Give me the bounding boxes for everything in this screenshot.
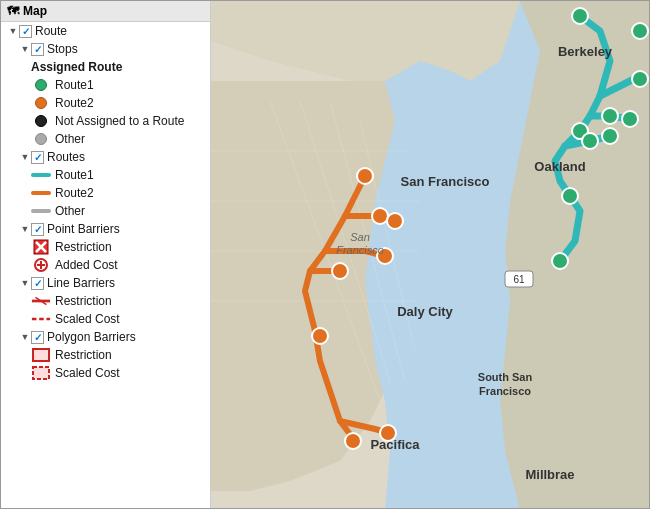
legend-route2-line: Route2 [1, 184, 210, 202]
svg-point-35 [387, 213, 403, 229]
stops-label: Stops [47, 42, 78, 56]
scaled-cost-polygon-label: Scaled Cost [55, 366, 120, 380]
legend-restriction-point: Restriction [1, 238, 210, 256]
legend-route2-stop: Route2 [1, 94, 210, 112]
svg-point-32 [312, 328, 328, 344]
legend-restriction-line: Restriction [1, 292, 210, 310]
restriction-polygon-icon [31, 348, 51, 362]
svg-point-43 [582, 133, 598, 149]
other-route-icon [31, 204, 51, 218]
svg-point-45 [552, 253, 568, 269]
route2-line-label: Route2 [55, 186, 94, 200]
stops-layer-item[interactable]: Stops [1, 40, 210, 58]
other-route-label: Other [55, 204, 85, 218]
routes-label: Routes [47, 150, 85, 164]
point-barriers-arrow [19, 223, 31, 235]
legend-scaled-cost-line: Scaled Cost [1, 310, 210, 328]
restriction-polygon-label: Restriction [55, 348, 112, 362]
polygon-barriers-layer-item[interactable]: Polygon Barriers [1, 328, 210, 346]
line-barriers-checkbox[interactable] [31, 277, 44, 290]
routes-arrow [19, 151, 31, 163]
scaled-cost-line-label: Scaled Cost [55, 312, 120, 326]
svg-text:Daly City: Daly City [397, 304, 453, 319]
restriction-point-label: Restriction [55, 240, 112, 254]
svg-point-44 [562, 188, 578, 204]
line-barriers-label: Line Barriers [47, 276, 115, 290]
other-stop-label: Other [55, 132, 85, 146]
svg-point-31 [332, 263, 348, 279]
added-cost-icon [31, 258, 51, 272]
svg-point-28 [357, 168, 373, 184]
route-checkbox[interactable] [19, 25, 32, 38]
scaled-cost-line-icon [31, 312, 51, 326]
assigned-route-heading: Assigned Route [1, 58, 210, 76]
legend-route1-line: Route1 [1, 166, 210, 184]
not-assigned-label: Not Assigned to a Route [55, 114, 184, 128]
scaled-cost-polygon-icon [31, 366, 51, 380]
svg-text:Millbrae: Millbrae [525, 467, 574, 482]
point-barriers-layer-item[interactable]: Point Barriers [1, 220, 210, 238]
legend-added-cost: Added Cost [1, 256, 210, 274]
svg-text:Berkeley: Berkeley [558, 44, 613, 59]
route1-line-label: Route1 [55, 168, 94, 182]
routes-checkbox[interactable] [31, 151, 44, 164]
svg-text:61: 61 [513, 274, 525, 285]
svg-point-40 [602, 128, 618, 144]
route1-line-icon [31, 168, 51, 182]
routes-layer-item[interactable]: Routes [1, 148, 210, 166]
svg-point-39 [622, 111, 638, 127]
svg-text:San Francisco: San Francisco [401, 174, 490, 189]
legend-restriction-polygon: Restriction [1, 346, 210, 364]
route2-stop-label: Route2 [55, 96, 94, 110]
svg-text:Francisco: Francisco [336, 244, 384, 256]
stops-checkbox[interactable] [31, 43, 44, 56]
legend-not-assigned: Not Assigned to a Route [1, 112, 210, 130]
legend-scaled-cost-polygon: Scaled Cost [1, 364, 210, 382]
svg-text:Pacifica: Pacifica [370, 437, 420, 452]
route-layer-item[interactable]: Route [1, 22, 210, 40]
route-label: Route [35, 24, 67, 38]
layer-panel[interactable]: 🗺 Map Route Stops Assigned Route Route1 … [1, 1, 211, 509]
point-barriers-label: Point Barriers [47, 222, 120, 236]
point-barriers-checkbox[interactable] [31, 223, 44, 236]
polygon-barriers-checkbox[interactable] [31, 331, 44, 344]
svg-text:Francisco: Francisco [479, 385, 531, 397]
stops-arrow [19, 43, 31, 55]
svg-point-36 [572, 8, 588, 24]
restriction-line-icon [31, 294, 51, 308]
restriction-point-icon [31, 240, 51, 254]
route1-stop-label: Route1 [55, 78, 94, 92]
svg-text:Oakland: Oakland [534, 159, 585, 174]
panel-header: 🗺 Map [1, 1, 210, 22]
polygon-barriers-arrow [19, 331, 31, 343]
legend-other-stop: Other [1, 130, 210, 148]
map-icon: 🗺 [7, 4, 19, 18]
map-view[interactable]: 61 Berkeley [211, 1, 649, 509]
svg-rect-9 [33, 349, 49, 361]
legend-other-route: Other [1, 202, 210, 220]
polygon-barriers-label: Polygon Barriers [47, 330, 136, 344]
line-barriers-arrow [19, 277, 31, 289]
restriction-line-label: Restriction [55, 294, 112, 308]
assigned-route-label: Assigned Route [31, 60, 122, 74]
svg-point-33 [345, 433, 361, 449]
route2-line-icon [31, 186, 51, 200]
other-stop-icon [31, 132, 51, 146]
panel-title: Map [23, 4, 47, 18]
route1-stop-icon [31, 78, 51, 92]
svg-text:San: San [350, 231, 370, 243]
svg-point-37 [632, 23, 648, 39]
svg-point-29 [372, 208, 388, 224]
svg-text:South San: South San [478, 371, 533, 383]
legend-route1-stop: Route1 [1, 76, 210, 94]
svg-point-38 [632, 71, 648, 87]
route-arrow [7, 25, 19, 37]
added-cost-label: Added Cost [55, 258, 118, 272]
svg-rect-10 [33, 367, 49, 379]
not-assigned-icon [31, 114, 51, 128]
route2-stop-icon [31, 96, 51, 110]
svg-point-41 [602, 108, 618, 124]
line-barriers-layer-item[interactable]: Line Barriers [1, 274, 210, 292]
